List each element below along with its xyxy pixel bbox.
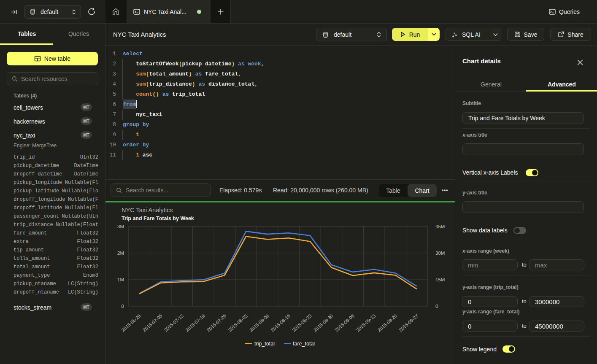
- svg-text:3M: 3M: [117, 224, 124, 229]
- svg-text:2015-07-12: 2015-07-12: [163, 313, 184, 332]
- svg-text:2015-09-27: 2015-09-27: [398, 313, 419, 332]
- svg-text:1M: 1M: [117, 277, 124, 282]
- svg-text:NYC Taxi Analytics: NYC Taxi Analytics: [122, 207, 173, 213]
- svg-text:Trip and Fare Totals by Week: Trip and Fare Totals by Week: [122, 216, 194, 221]
- svg-text:2015-08-09: 2015-08-09: [249, 313, 270, 332]
- svg-text:fare_total: fare_total: [293, 341, 315, 347]
- svg-text:0: 0: [435, 304, 438, 309]
- svg-text:2015-07-26: 2015-07-26: [206, 313, 227, 332]
- svg-text:2015-08-23: 2015-08-23: [291, 313, 312, 332]
- svg-text:2015-06-28: 2015-06-28: [120, 313, 141, 332]
- svg-text:45M: 45M: [435, 224, 445, 229]
- svg-text:2M: 2M: [117, 251, 124, 256]
- svg-text:2015-08-02: 2015-08-02: [227, 313, 248, 332]
- svg-text:30M: 30M: [435, 251, 445, 256]
- svg-text:2015-07-19: 2015-07-19: [184, 313, 205, 332]
- svg-text:2015-09-06: 2015-09-06: [334, 313, 355, 332]
- svg-text:2015-09-20: 2015-09-20: [377, 313, 398, 332]
- svg-text:2015-09-13: 2015-09-13: [355, 313, 376, 332]
- svg-text:0: 0: [122, 304, 124, 309]
- svg-text:2015-07-05: 2015-07-05: [142, 313, 163, 332]
- svg-text:trip_total: trip_total: [254, 341, 275, 347]
- svg-text:2015-08-30: 2015-08-30: [313, 313, 334, 332]
- svg-text:15M: 15M: [435, 277, 445, 282]
- svg-text:2015-08-16: 2015-08-16: [270, 313, 291, 332]
